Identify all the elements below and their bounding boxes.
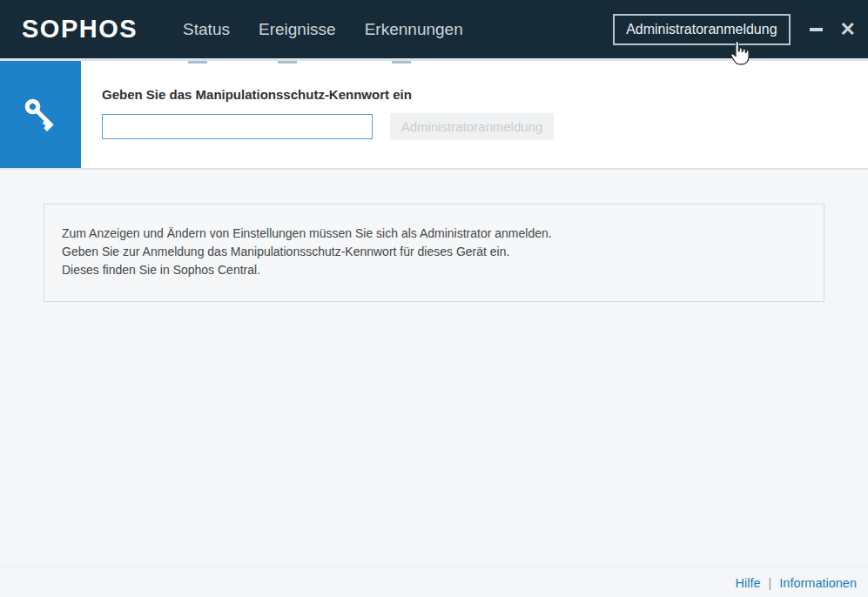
tab-status[interactable]: Status bbox=[183, 20, 230, 39]
footer: Hilfe | Informationen bbox=[0, 567, 868, 597]
nav-underline-ereignisse bbox=[278, 61, 297, 64]
key-tile bbox=[0, 61, 81, 168]
admin-login-submit-button[interactable]: Administratoranmeldung bbox=[390, 113, 554, 140]
tab-erkennungen[interactable]: Erkennungen bbox=[365, 20, 463, 39]
admin-login-button[interactable]: Administratoranmeldung bbox=[613, 14, 790, 45]
minimize-button[interactable] bbox=[810, 20, 824, 39]
help-link[interactable]: Hilfe bbox=[736, 576, 761, 590]
key-icon bbox=[21, 95, 61, 135]
info-line-2: Geben Sie zur Anmeldung das Manipulation… bbox=[62, 243, 806, 261]
title-bar: SOPHOS Status Ereignisse Erkennungen Adm… bbox=[0, 0, 868, 61]
window-controls: ✕ bbox=[810, 20, 856, 39]
sophos-logo: SOPHOS bbox=[22, 15, 138, 44]
informationen-link[interactable]: Informationen bbox=[779, 576, 857, 590]
minimize-icon bbox=[810, 28, 823, 31]
tamper-password-heading: Geben Sie das Manipulationsschutz-Kennwo… bbox=[102, 87, 554, 102]
login-form: Geben Sie das Manipulationsschutz-Kennwo… bbox=[81, 61, 554, 168]
footer-separator: | bbox=[769, 576, 772, 590]
main-nav: Status Ereignisse Erkennungen bbox=[183, 20, 463, 39]
sophos-endpoint-window: SOPHOS Status Ereignisse Erkennungen Adm… bbox=[0, 0, 868, 597]
nav-underline-erkennungen bbox=[392, 61, 411, 64]
info-line-1: Zum Anzeigen und Ändern von Einstellunge… bbox=[62, 225, 806, 243]
info-line-3: Dieses finden Sie in Sophos Central. bbox=[62, 261, 806, 279]
tamper-password-input[interactable] bbox=[102, 114, 373, 139]
tab-ereignisse[interactable]: Ereignisse bbox=[259, 20, 336, 39]
tamper-login-panel: Geben Sie das Manipulationsschutz-Kennwo… bbox=[0, 61, 868, 170]
main-area: Zum Anzeigen und Ändern von Einstellunge… bbox=[0, 204, 868, 597]
nav-underline-status bbox=[188, 61, 207, 64]
admin-info-box: Zum Anzeigen und Ändern von Einstellunge… bbox=[44, 204, 824, 302]
close-button[interactable]: ✕ bbox=[840, 20, 856, 39]
